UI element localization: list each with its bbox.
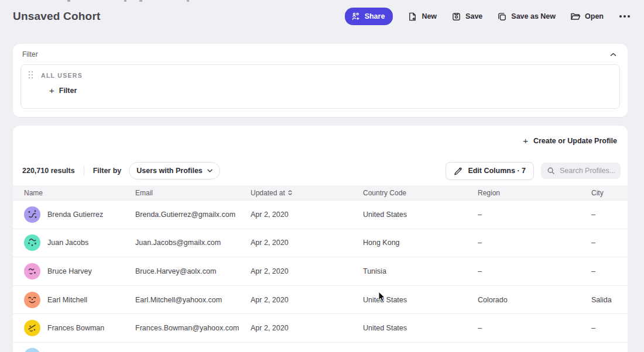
- results-toolbar: 220,710 results Filter by Users with Pro…: [13, 156, 628, 185]
- chevron-up-icon[interactable]: [609, 51, 618, 58]
- new-button[interactable]: New: [407, 12, 437, 22]
- profile-region: –: [478, 324, 591, 332]
- filter-group: ALL USERS + Filter: [20, 64, 620, 109]
- profile-updated-at: Apr 2, 2020: [251, 296, 363, 304]
- save-as-new-copy-icon: [497, 12, 507, 22]
- open-button-label: Open: [585, 12, 604, 20]
- table-row[interactable]: Juan Jacobs Juan.Jacobs@gmailx.com Apr 2…: [13, 229, 628, 257]
- search-icon: [547, 167, 555, 175]
- new-button-label: New: [422, 12, 437, 20]
- open-button[interactable]: Open: [570, 11, 604, 22]
- avatar: [24, 292, 40, 308]
- new-document-icon: [407, 12, 417, 22]
- edit-columns-label: Edit Columns · 7: [468, 167, 526, 175]
- avatar: [24, 234, 40, 251]
- profile-email: Juan.Jacobs@gmailx.com: [135, 239, 251, 247]
- column-header-country-code[interactable]: Country Code: [363, 189, 478, 197]
- pencil-icon: [454, 167, 463, 175]
- profile-email: Earl.Mitchell@yahoox.com: [135, 296, 251, 304]
- clipped-text-remnant: [67, 0, 70, 2]
- column-header-name[interactable]: Name: [24, 189, 135, 197]
- clipped-text-remnant: [187, 0, 189, 2]
- profile-email: Bruce.Harvey@aolx.com: [135, 267, 251, 275]
- save-as-new-button-label: Save as New: [511, 12, 556, 20]
- column-header-city[interactable]: City: [591, 189, 628, 197]
- avatar: [24, 320, 40, 336]
- profile-city: –: [591, 239, 628, 247]
- profile-updated-at: Apr 2, 2020: [251, 267, 363, 275]
- profile-updated-at: Apr 2, 2020: [251, 239, 363, 247]
- save-button-label: Save: [465, 12, 482, 20]
- plus-icon: +: [49, 88, 54, 94]
- save-icon: [451, 12, 461, 22]
- column-header-updated-at[interactable]: Updated at: [251, 189, 363, 197]
- page-header: Unsaved Cohort Share New: [13, 8, 631, 25]
- avatar: [24, 348, 40, 352]
- results-panel: + Create or Update Profile 220,710 resul…: [13, 126, 628, 352]
- profile-country-code: United States: [363, 324, 478, 332]
- profile-name[interactable]: Bruce Harvey: [47, 267, 92, 275]
- profile-name[interactable]: Earl Mitchell: [47, 296, 87, 304]
- clipped-text-remnant: [139, 0, 142, 2]
- table-row[interactable]: Brenda Gutierrez Brenda.Gutierrez@gmailx…: [13, 200, 628, 229]
- all-users-label: ALL USERS: [41, 72, 83, 79]
- profile-country-code: Hong Kong: [363, 239, 478, 247]
- results-count: 220,710 results: [22, 167, 75, 175]
- table-row[interactable]: Earl Mitchell Earl.Mitchell@yahoox.com A…: [13, 285, 628, 314]
- page-title: Unsaved Cohort: [13, 10, 101, 23]
- profiles-type-dropdown[interactable]: Users with Profiles: [129, 162, 220, 180]
- edit-columns-button[interactable]: Edit Columns · 7: [446, 162, 534, 180]
- profiles-search[interactable]: [541, 163, 621, 179]
- sort-icon[interactable]: [288, 190, 292, 195]
- filter-by-label: Filter by: [93, 167, 122, 175]
- profile-city: –: [591, 210, 628, 219]
- add-filter-label: Filter: [59, 87, 77, 95]
- profile-country-code: Tunisia: [363, 267, 478, 275]
- profile-region: –: [478, 239, 591, 247]
- save-button[interactable]: Save: [451, 12, 482, 22]
- table-row[interactable]: Bruce Harvey Bruce.Harvey@aolx.com Apr 2…: [13, 257, 628, 285]
- profile-name[interactable]: Juan Jacobs: [47, 239, 88, 247]
- profile-city: –: [591, 324, 628, 332]
- column-header-region[interactable]: Region: [478, 189, 591, 197]
- chevron-down-icon: [207, 169, 213, 172]
- create-or-update-profile-button[interactable]: + Create or Update Profile: [523, 137, 617, 145]
- profile-country-code: United States: [363, 296, 478, 304]
- save-as-new-button[interactable]: Save as New: [497, 12, 556, 22]
- filter-panel: Filter ALL USERS + Filter: [13, 44, 628, 117]
- add-filter-button[interactable]: + Filter: [49, 87, 77, 95]
- search-input[interactable]: [560, 167, 615, 175]
- profile-city: Salida: [591, 296, 628, 304]
- profile-country-code: United States: [363, 210, 478, 219]
- header-actions: Share New Save: [345, 8, 631, 25]
- create-or-update-profile-label: Create or Update Profile: [533, 137, 617, 145]
- share-button[interactable]: Share: [345, 8, 393, 25]
- share-people-icon: [351, 12, 361, 21]
- profile-region: –: [478, 210, 591, 219]
- divider: [84, 165, 84, 176]
- profiles-type-value: Users with Profiles: [136, 167, 203, 175]
- overflow-menu-button[interactable]: [618, 13, 631, 20]
- profile-email: Frances.Bowman@yahoox.com: [135, 324, 251, 332]
- profile-name[interactable]: Frances Bowman: [47, 324, 104, 332]
- profile-region: Colorado: [478, 296, 591, 304]
- avatar: [24, 206, 40, 223]
- profile-name[interactable]: Brenda Gutierrez: [47, 210, 103, 219]
- profile-city: –: [591, 267, 628, 275]
- open-folder-icon: [570, 11, 581, 22]
- table-header-row: Name Email Updated at Country Code Regio…: [13, 185, 628, 200]
- filter-panel-title: Filter: [22, 50, 38, 58]
- profile-email: Brenda.Gutierrez@gmailx.com: [135, 210, 251, 219]
- table-row[interactable]: [13, 342, 628, 352]
- profile-region: –: [478, 267, 591, 275]
- share-button-label: Share: [365, 12, 385, 20]
- plus-icon: +: [523, 138, 528, 144]
- clipped-text-remnant: [124, 0, 126, 2]
- column-header-email[interactable]: Email: [135, 189, 251, 197]
- profile-updated-at: Apr 2, 2020: [251, 210, 363, 219]
- table-row[interactable]: Frances Bowman Frances.Bowman@yahoox.com…: [13, 313, 628, 342]
- profile-updated-at: Apr 2, 2020: [251, 324, 363, 332]
- avatar: [24, 263, 40, 279]
- drag-handle-icon[interactable]: [29, 71, 33, 79]
